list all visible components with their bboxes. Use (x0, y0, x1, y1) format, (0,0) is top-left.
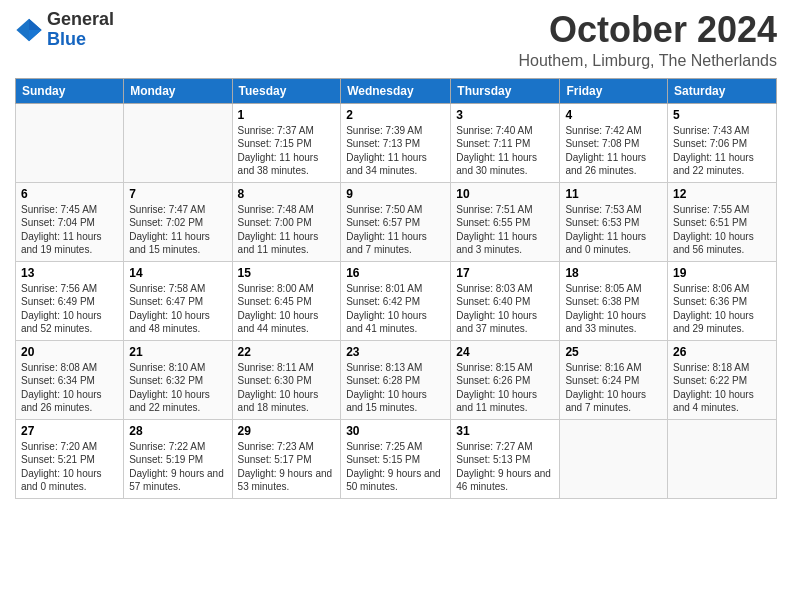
calendar-cell: 22Sunrise: 8:11 AM Sunset: 6:30 PM Dayli… (232, 340, 341, 419)
day-info: Sunrise: 8:15 AM Sunset: 6:26 PM Dayligh… (456, 361, 554, 415)
calendar-cell: 28Sunrise: 7:22 AM Sunset: 5:19 PM Dayli… (124, 419, 232, 498)
week-row-3: 13Sunrise: 7:56 AM Sunset: 6:49 PM Dayli… (16, 261, 777, 340)
day-info: Sunrise: 8:11 AM Sunset: 6:30 PM Dayligh… (238, 361, 336, 415)
day-info: Sunrise: 7:39 AM Sunset: 7:13 PM Dayligh… (346, 124, 445, 178)
day-number: 22 (238, 345, 336, 359)
day-header-sunday: Sunday (16, 78, 124, 103)
day-number: 7 (129, 187, 226, 201)
day-info: Sunrise: 7:22 AM Sunset: 5:19 PM Dayligh… (129, 440, 226, 494)
day-number: 30 (346, 424, 445, 438)
day-info: Sunrise: 7:47 AM Sunset: 7:02 PM Dayligh… (129, 203, 226, 257)
calendar-table: SundayMondayTuesdayWednesdayThursdayFrid… (15, 78, 777, 499)
calendar-cell (668, 419, 777, 498)
svg-marker-2 (29, 30, 42, 41)
day-number: 25 (565, 345, 662, 359)
calendar-cell (124, 103, 232, 182)
day-info: Sunrise: 8:05 AM Sunset: 6:38 PM Dayligh… (565, 282, 662, 336)
week-row-5: 27Sunrise: 7:20 AM Sunset: 5:21 PM Dayli… (16, 419, 777, 498)
day-info: Sunrise: 7:20 AM Sunset: 5:21 PM Dayligh… (21, 440, 118, 494)
day-info: Sunrise: 7:55 AM Sunset: 6:51 PM Dayligh… (673, 203, 771, 257)
calendar-cell: 3Sunrise: 7:40 AM Sunset: 7:11 PM Daylig… (451, 103, 560, 182)
day-number: 21 (129, 345, 226, 359)
day-info: Sunrise: 7:53 AM Sunset: 6:53 PM Dayligh… (565, 203, 662, 257)
day-info: Sunrise: 8:08 AM Sunset: 6:34 PM Dayligh… (21, 361, 118, 415)
calendar-cell: 15Sunrise: 8:00 AM Sunset: 6:45 PM Dayli… (232, 261, 341, 340)
day-info: Sunrise: 8:03 AM Sunset: 6:40 PM Dayligh… (456, 282, 554, 336)
day-number: 29 (238, 424, 336, 438)
page: General Blue October 2024 Houthem, Limbu… (0, 0, 792, 612)
day-number: 19 (673, 266, 771, 280)
logo: General Blue (15, 10, 114, 50)
calendar-cell: 25Sunrise: 8:16 AM Sunset: 6:24 PM Dayli… (560, 340, 668, 419)
calendar-cell: 16Sunrise: 8:01 AM Sunset: 6:42 PM Dayli… (341, 261, 451, 340)
calendar-cell: 19Sunrise: 8:06 AM Sunset: 6:36 PM Dayli… (668, 261, 777, 340)
logo-blue-text: Blue (47, 30, 114, 50)
day-number: 6 (21, 187, 118, 201)
calendar-cell: 24Sunrise: 8:15 AM Sunset: 6:26 PM Dayli… (451, 340, 560, 419)
day-info: Sunrise: 7:23 AM Sunset: 5:17 PM Dayligh… (238, 440, 336, 494)
day-number: 4 (565, 108, 662, 122)
day-info: Sunrise: 7:37 AM Sunset: 7:15 PM Dayligh… (238, 124, 336, 178)
logo-icon (15, 16, 43, 44)
day-info: Sunrise: 8:13 AM Sunset: 6:28 PM Dayligh… (346, 361, 445, 415)
calendar-cell: 30Sunrise: 7:25 AM Sunset: 5:15 PM Dayli… (341, 419, 451, 498)
calendar-cell: 20Sunrise: 8:08 AM Sunset: 6:34 PM Dayli… (16, 340, 124, 419)
calendar-cell: 9Sunrise: 7:50 AM Sunset: 6:57 PM Daylig… (341, 182, 451, 261)
day-info: Sunrise: 8:01 AM Sunset: 6:42 PM Dayligh… (346, 282, 445, 336)
day-info: Sunrise: 7:40 AM Sunset: 7:11 PM Dayligh… (456, 124, 554, 178)
calendar-cell: 18Sunrise: 8:05 AM Sunset: 6:38 PM Dayli… (560, 261, 668, 340)
day-number: 11 (565, 187, 662, 201)
day-number: 1 (238, 108, 336, 122)
calendar-cell: 17Sunrise: 8:03 AM Sunset: 6:40 PM Dayli… (451, 261, 560, 340)
calendar-cell: 11Sunrise: 7:53 AM Sunset: 6:53 PM Dayli… (560, 182, 668, 261)
day-number: 12 (673, 187, 771, 201)
day-info: Sunrise: 7:25 AM Sunset: 5:15 PM Dayligh… (346, 440, 445, 494)
svg-marker-1 (29, 19, 42, 30)
logo-text: General Blue (47, 10, 114, 50)
day-info: Sunrise: 8:16 AM Sunset: 6:24 PM Dayligh… (565, 361, 662, 415)
day-number: 15 (238, 266, 336, 280)
day-header-tuesday: Tuesday (232, 78, 341, 103)
header: General Blue October 2024 Houthem, Limbu… (15, 10, 777, 70)
day-info: Sunrise: 7:27 AM Sunset: 5:13 PM Dayligh… (456, 440, 554, 494)
day-number: 17 (456, 266, 554, 280)
day-number: 16 (346, 266, 445, 280)
day-info: Sunrise: 7:58 AM Sunset: 6:47 PM Dayligh… (129, 282, 226, 336)
day-number: 26 (673, 345, 771, 359)
day-info: Sunrise: 7:56 AM Sunset: 6:49 PM Dayligh… (21, 282, 118, 336)
header-row: SundayMondayTuesdayWednesdayThursdayFrid… (16, 78, 777, 103)
calendar-cell: 23Sunrise: 8:13 AM Sunset: 6:28 PM Dayli… (341, 340, 451, 419)
day-number: 27 (21, 424, 118, 438)
week-row-4: 20Sunrise: 8:08 AM Sunset: 6:34 PM Dayli… (16, 340, 777, 419)
calendar-cell: 26Sunrise: 8:18 AM Sunset: 6:22 PM Dayli… (668, 340, 777, 419)
calendar-cell: 1Sunrise: 7:37 AM Sunset: 7:15 PM Daylig… (232, 103, 341, 182)
day-number: 8 (238, 187, 336, 201)
calendar-cell: 21Sunrise: 8:10 AM Sunset: 6:32 PM Dayli… (124, 340, 232, 419)
day-header-saturday: Saturday (668, 78, 777, 103)
month-title: October 2024 (518, 10, 777, 50)
calendar-cell: 27Sunrise: 7:20 AM Sunset: 5:21 PM Dayli… (16, 419, 124, 498)
day-number: 3 (456, 108, 554, 122)
day-number: 31 (456, 424, 554, 438)
day-info: Sunrise: 7:42 AM Sunset: 7:08 PM Dayligh… (565, 124, 662, 178)
week-row-2: 6Sunrise: 7:45 AM Sunset: 7:04 PM Daylig… (16, 182, 777, 261)
day-info: Sunrise: 8:00 AM Sunset: 6:45 PM Dayligh… (238, 282, 336, 336)
day-info: Sunrise: 8:10 AM Sunset: 6:32 PM Dayligh… (129, 361, 226, 415)
title-block: October 2024 Houthem, Limburg, The Nethe… (518, 10, 777, 70)
day-info: Sunrise: 7:45 AM Sunset: 7:04 PM Dayligh… (21, 203, 118, 257)
calendar-cell: 31Sunrise: 7:27 AM Sunset: 5:13 PM Dayli… (451, 419, 560, 498)
calendar-cell: 5Sunrise: 7:43 AM Sunset: 7:06 PM Daylig… (668, 103, 777, 182)
day-number: 18 (565, 266, 662, 280)
day-info: Sunrise: 7:51 AM Sunset: 6:55 PM Dayligh… (456, 203, 554, 257)
day-info: Sunrise: 7:48 AM Sunset: 7:00 PM Dayligh… (238, 203, 336, 257)
day-number: 2 (346, 108, 445, 122)
day-number: 10 (456, 187, 554, 201)
day-info: Sunrise: 7:50 AM Sunset: 6:57 PM Dayligh… (346, 203, 445, 257)
calendar-cell: 29Sunrise: 7:23 AM Sunset: 5:17 PM Dayli… (232, 419, 341, 498)
calendar-cell: 12Sunrise: 7:55 AM Sunset: 6:51 PM Dayli… (668, 182, 777, 261)
day-number: 20 (21, 345, 118, 359)
calendar-cell: 8Sunrise: 7:48 AM Sunset: 7:00 PM Daylig… (232, 182, 341, 261)
calendar-cell: 14Sunrise: 7:58 AM Sunset: 6:47 PM Dayli… (124, 261, 232, 340)
day-number: 28 (129, 424, 226, 438)
calendar-cell (560, 419, 668, 498)
